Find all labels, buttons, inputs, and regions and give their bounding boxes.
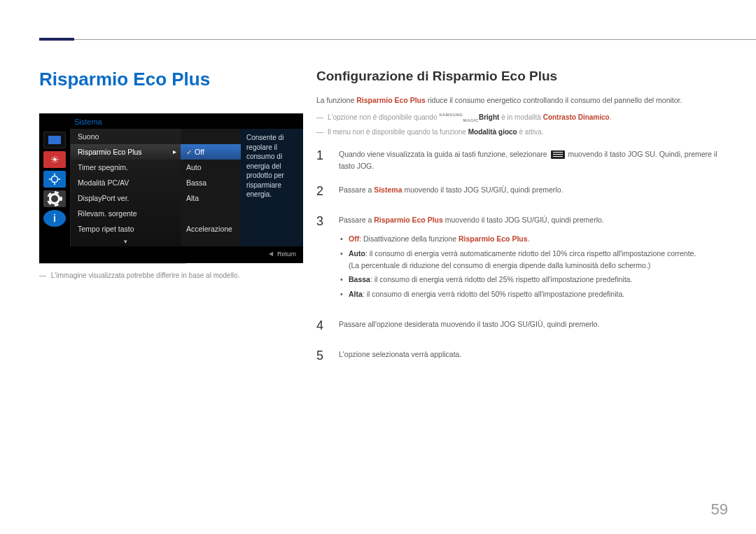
osd-val-0 <box>181 129 241 144</box>
bassa-label: Bassa <box>349 275 370 283</box>
alta-txt: : il consumo di energia verrà ridotto de… <box>363 290 624 298</box>
step-4: 4 Passare all'opzione desiderata muovend… <box>316 316 722 336</box>
osd-row-tempo: Tempo ripet tasto <box>71 221 181 237</box>
header-accent <box>39 38 74 41</box>
osd-val-off: Off <box>181 144 241 160</box>
step-3: 3 Passare a Risparmio Eco Plus muovendo … <box>316 211 722 306</box>
position-icon <box>43 171 66 188</box>
return-icon: ◀ <box>269 251 273 258</box>
s1a: Quando viene visualizzata la guida ai ta… <box>339 150 550 158</box>
osd-list: Suono Risparmio Eco Plus Timer spegnim. … <box>70 129 181 246</box>
s2b: muovendo il tasto JOG SU/GIÙ, quindi pre… <box>402 185 563 194</box>
osd-row-dp: DisplayPort ver. <box>71 190 181 206</box>
samsung-magic-icon: SAMSUNGMAGIC <box>439 113 479 121</box>
section-title: Configurazione di Risparmio Eco Plus <box>316 69 722 84</box>
note-dash: ― <box>316 127 323 137</box>
n2-em: Modalità gioco <box>468 128 517 136</box>
step-1: 1 Quando viene visualizzata la guida ai … <box>316 146 722 172</box>
intro: La funzione Risparmio Eco Plus riduce il… <box>316 95 722 106</box>
content-area: Configurazione di Risparmio Eco Plus La … <box>316 69 722 376</box>
s2em: Sistema <box>374 185 402 194</box>
header-rule <box>74 39 756 40</box>
page-title: Risparmio Eco Plus <box>39 69 210 90</box>
note-1: ― L'opzione non è disponibile quando SAM… <box>316 112 722 124</box>
menu-icon <box>551 150 565 159</box>
step-body: Passare a Sistema muovendo il tasto JOG … <box>339 181 722 202</box>
brightness-icon: ☀ <box>43 151 66 168</box>
bullet-bassa: Bassa: il consumo di energia verrà ridot… <box>339 274 722 286</box>
n2-post: è attiva. <box>517 128 544 136</box>
osd-val-5 <box>181 206 241 221</box>
step-body: Passare all'opzione desiderata muovendo … <box>339 316 722 336</box>
bullet-auto: Auto: il consumo di energia verrà automa… <box>339 248 722 272</box>
step-5: 5 L'opzione selezionata verrà applicata. <box>316 346 722 366</box>
notes: ― L'opzione non è disponibile quando SAM… <box>316 112 722 137</box>
step-number: 3 <box>316 211 329 306</box>
s2a: Passare a <box>339 185 374 194</box>
step-body: Quando viene visualizzata la guida ai ta… <box>339 146 722 172</box>
auto-sub: (La percentuale di riduzione del consumo… <box>349 260 722 272</box>
n1-pre: L'opzione non è disponibile quando <box>328 113 439 121</box>
footnote-text: L'immagine visualizzata potrebbe differi… <box>51 272 240 279</box>
step-number: 4 <box>316 316 329 336</box>
n1-mid: è in modalità <box>499 113 542 121</box>
intro-pre: La funzione <box>316 96 356 104</box>
note2-text: Il menu non è disponibile quando la funz… <box>328 127 544 137</box>
osd-val-bassa: Bassa <box>181 175 241 190</box>
options-bullets: Off: Disattivazione della funzione Rispa… <box>339 233 722 300</box>
osd-sidebar-icons: ☀ i <box>39 129 70 246</box>
osd-row-timer: Timer spegnim. <box>71 160 181 175</box>
auto-txt: : il consumo di energia verrà automatica… <box>365 249 696 258</box>
osd-val-accel: Accelerazione <box>181 221 241 237</box>
n2-pre: Il menu non è disponibile quando la funz… <box>328 128 468 136</box>
osd-values: Off Auto Bassa Alta Accelerazione <box>181 129 241 246</box>
osd-row-pcav: Modalità PC/AV <box>71 175 181 190</box>
return-label: Return <box>277 251 296 258</box>
n1-post: . <box>610 113 612 121</box>
osd-description: Consente di regolare il consumo di energ… <box>241 129 303 246</box>
bullet-off: Off: Disattivazione della funzione Rispa… <box>339 233 722 245</box>
s3b: muovendo il tasto JOG SU/GIÙ, quindi pre… <box>443 216 604 224</box>
note1-text: L'opzione non è disponibile quando SAMSU… <box>328 112 611 124</box>
step-number: 2 <box>316 181 329 202</box>
step-2: 2 Passare a Sistema muovendo il tasto JO… <box>316 181 722 202</box>
off-post: . <box>528 234 530 243</box>
osd-panel: Sistema ☀ i Suono Risparmio Eco Plus Tim… <box>39 113 303 263</box>
page-number: 59 <box>711 500 728 519</box>
osd-footer: ◀ Return <box>39 246 303 258</box>
settings-icon <box>43 190 66 207</box>
bullet-alta: Alta: il consumo di energia verrà ridott… <box>339 288 722 300</box>
step-number: 1 <box>316 146 329 172</box>
info-icon: i <box>43 210 66 227</box>
steps-list: 1 Quando viene visualizzata la guida ai … <box>316 146 722 366</box>
off-em: Risparmio Eco Plus <box>458 234 528 243</box>
intro-post: riduce il consumo energetico controlland… <box>426 96 682 104</box>
osd-val-alta: Alta <box>181 190 241 206</box>
footnote-rule <box>39 263 186 264</box>
osd-row-risparmio: Risparmio Eco Plus <box>71 144 181 160</box>
off-txt: : Disattivazione della funzione <box>359 234 458 243</box>
footnote-dash: ― <box>39 272 46 279</box>
osd-row-suono: Suono <box>71 129 181 144</box>
svg-point-0 <box>52 176 58 183</box>
step-body: Passare a Risparmio Eco Plus muovendo il… <box>339 211 722 306</box>
note-dash: ― <box>316 112 323 124</box>
step-body: L'opzione selezionata verrà applicata. <box>339 346 722 366</box>
footnote: ― L'immagine visualizzata potrebbe diffe… <box>39 272 291 279</box>
note-2: ― Il menu non è disponibile quando la fu… <box>316 127 722 137</box>
alta-label: Alta <box>349 290 363 298</box>
n1-bright: Bright <box>479 113 499 121</box>
osd-header: Sistema <box>39 113 303 129</box>
n1-em: Contrasto Dinamico <box>543 113 610 121</box>
osd-val-auto: Auto <box>181 160 241 175</box>
osd-row-rilevam: Rilevam. sorgente <box>71 206 181 221</box>
bassa-txt: : il consumo di energia verrà ridotto de… <box>370 275 632 283</box>
s3em: Risparmio Eco Plus <box>374 216 443 224</box>
osd-body: ☀ i Suono Risparmio Eco Plus Timer spegn… <box>39 129 303 246</box>
s3a: Passare a <box>339 216 374 224</box>
step-number: 5 <box>316 346 329 366</box>
osd-scroll-down-icon: ▾ <box>71 237 181 246</box>
auto-label: Auto <box>349 249 365 258</box>
off-label: Off <box>349 234 359 243</box>
monitor-icon <box>43 132 66 148</box>
